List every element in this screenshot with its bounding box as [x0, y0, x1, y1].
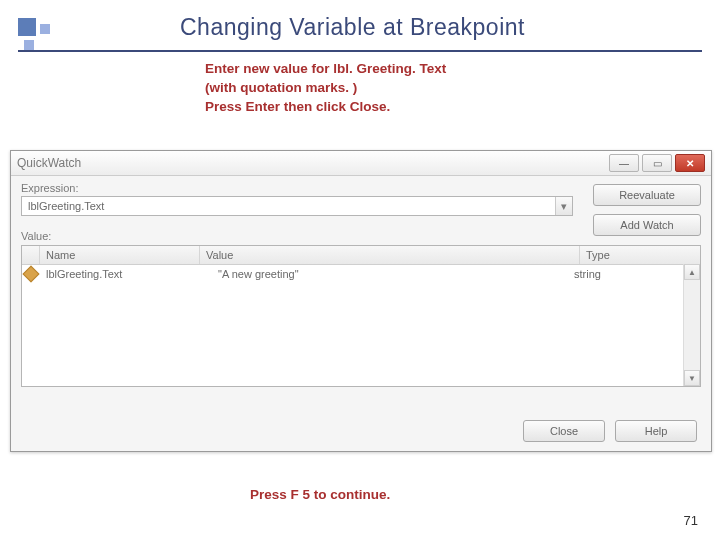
slide: Changing Variable at Breakpoint Enter ne… [0, 0, 720, 540]
grid-cell-value[interactable]: "A new greeting" [212, 268, 568, 280]
reevaluate-button[interactable]: Reevaluate [593, 184, 701, 206]
dialog-titlebar[interactable]: QuickWatch — ▭ ✕ [11, 151, 711, 176]
window-close-button[interactable]: ✕ [675, 154, 705, 172]
slide-title: Changing Variable at Breakpoint [180, 14, 525, 41]
instruction-line-1: Enter new value for lbl. Greeting. Text [205, 60, 446, 79]
instructions: Enter new value for lbl. Greeting. Text … [205, 60, 446, 117]
grid-cell-name: lblGreeting.Text [40, 268, 212, 280]
grid-row-icon-cell [22, 268, 40, 280]
dialog-body: Expression: ▾ Reevaluate Add Watch Value… [11, 176, 711, 452]
close-icon: ✕ [686, 158, 694, 169]
instruction-line-2: (with quotation marks. ) [205, 79, 446, 98]
quickwatch-dialog: QuickWatch — ▭ ✕ Expression: ▾ [10, 150, 712, 452]
maximize-button[interactable]: ▭ [642, 154, 672, 172]
tag-icon [23, 266, 40, 283]
minimize-button[interactable]: — [609, 154, 639, 172]
title-rule [18, 50, 702, 52]
dialog-title: QuickWatch [17, 156, 606, 170]
grid-header-value[interactable]: Value [200, 246, 580, 264]
chevron-down-icon: ▾ [561, 200, 567, 213]
scroll-up-button[interactable]: ▲ [684, 264, 700, 280]
grid-row[interactable]: lblGreeting.Text "A new greeting" string [22, 265, 700, 283]
grid-header-icon [22, 246, 40, 264]
help-button[interactable]: Help [615, 420, 697, 442]
page-number: 71 [684, 513, 698, 528]
grid-scrollbar[interactable]: ▲ ▼ [683, 264, 700, 386]
corner-decoration [18, 18, 52, 52]
grid-header-row: Name Value Type [22, 246, 700, 265]
value-block: Value: Name Value Type lblGreeting.Text … [21, 228, 701, 387]
grid-header-type[interactable]: Type [580, 246, 700, 264]
grid-header-name[interactable]: Name [40, 246, 200, 264]
dialog-footer-buttons: Close Help [523, 420, 697, 442]
close-button[interactable]: Close [523, 420, 605, 442]
value-label: Value: [21, 230, 701, 242]
grid-cell-type: string [568, 268, 700, 280]
scroll-down-button[interactable]: ▼ [684, 370, 700, 386]
expression-label: Expression: [21, 182, 561, 194]
instruction-line-3: Press Enter then click Close. [205, 98, 446, 117]
maximize-icon: ▭ [653, 158, 662, 169]
expression-field-wrap: ▾ [21, 196, 573, 216]
expression-input[interactable] [21, 196, 573, 216]
value-grid: Name Value Type lblGreeting.Text "A new … [21, 245, 701, 387]
expression-dropdown-button[interactable]: ▾ [555, 197, 572, 215]
minimize-icon: — [619, 158, 629, 169]
bottom-note: Press F 5 to continue. [250, 487, 390, 502]
